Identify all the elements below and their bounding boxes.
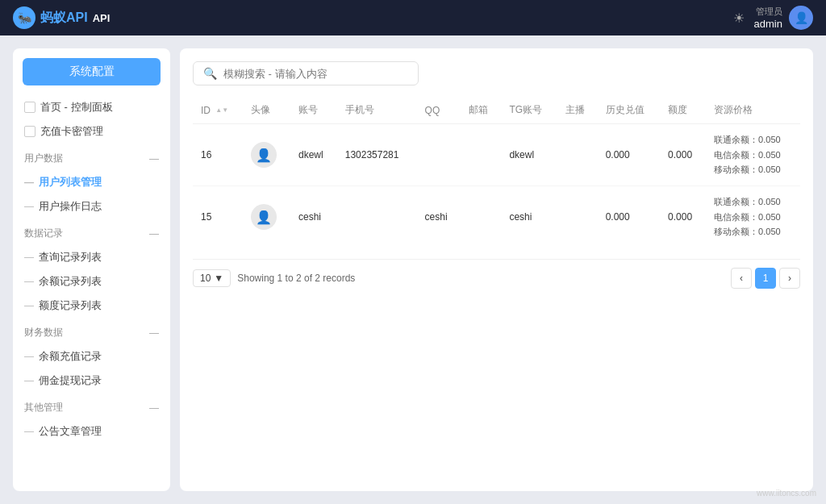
grid-icon: [24, 102, 35, 113]
cell-avatar: 👤: [243, 124, 290, 186]
sidebar-item-announcement[interactable]: — 公告文章管理: [13, 419, 170, 444]
search-input[interactable]: [223, 68, 408, 80]
app-suffix: API: [93, 12, 111, 24]
sidebar-item-user-list[interactable]: — 用户列表管理: [13, 170, 170, 194]
sidebar-section-data-records: 数据记录 —: [13, 222, 170, 245]
col-header-anchor: 主播: [557, 97, 598, 124]
card-icon: [24, 126, 35, 137]
cell-history: 0.000: [598, 124, 660, 186]
page-size-value: 10: [200, 273, 211, 284]
top-navigation: 🐜 蚂蚁API API ☀ 管理员 admin 👤: [0, 0, 826, 35]
table-row: 16 👤 dkewl 1302357281 dkewl 0.000 0.000 …: [193, 124, 800, 186]
page-size-select[interactable]: 10 ▼: [193, 269, 231, 287]
sidebar-item-label: 余额记录列表: [39, 274, 102, 289]
admin-info: 管理员 admin 👤: [754, 6, 813, 30]
chevron-down-icon: ▼: [214, 273, 223, 284]
col-header-email: 邮箱: [461, 97, 501, 124]
sidebar-item-query-list[interactable]: — 查询记录列表: [13, 245, 170, 269]
cell-quota: 0.000: [660, 186, 706, 248]
sidebar-item-recharge-card[interactable]: 充值卡密管理: [13, 119, 170, 144]
pagination-bar: 10 ▼ Showing 1 to 2 of 2 records ‹ 1 ›: [193, 259, 800, 289]
user-avatar: 👤: [251, 142, 277, 168]
dash-icon: —: [24, 177, 34, 188]
system-config-button[interactable]: 系统配置: [23, 58, 161, 85]
sidebar-item-label: 额度记录列表: [39, 298, 102, 313]
table-row: 15 👤 ceshi ceshi ceshi 0.000 0.000 联通余额：…: [193, 186, 800, 248]
theme-toggle-icon[interactable]: ☀: [733, 10, 745, 26]
sidebar: 系统配置 首页 - 控制面板 充值卡密管理 用户数据 — — 用户列表管理 — …: [13, 48, 170, 491]
collapse-icon[interactable]: —: [149, 153, 159, 165]
prev-page-button[interactable]: ‹: [731, 268, 752, 289]
sidebar-item-label: 公告文章管理: [39, 424, 102, 439]
user-table: ID ▲▼ 头像 账号 手机号 QQ 邮箱 TG账号 主播 历史兑值 额度 资源…: [193, 97, 800, 248]
search-bar: 🔍: [193, 61, 419, 85]
cell-id: 15: [193, 186, 243, 248]
cell-resource: 联通余额：0.050电信余额：0.050移动余额：0.050: [706, 186, 800, 248]
cell-quota: 0.000: [660, 124, 706, 186]
sidebar-section-user-data: 用户数据 —: [13, 147, 170, 170]
dash-icon: —: [24, 300, 34, 311]
admin-name: admin: [754, 18, 782, 30]
logo-icon: 🐜: [13, 6, 35, 29]
dash-icon: —: [24, 201, 34, 212]
user-avatar: 👤: [251, 204, 277, 230]
sidebar-section-other: 其他管理 —: [13, 396, 170, 419]
cell-qq: ceshi: [417, 186, 461, 248]
dash-icon: —: [24, 252, 34, 263]
cell-tg: ceshi: [501, 186, 557, 248]
sidebar-item-recharge-records[interactable]: — 余额充值记录: [13, 344, 170, 369]
cell-account: dkewl: [290, 124, 337, 186]
col-header-account: 账号: [290, 97, 337, 124]
cell-qq: [417, 124, 461, 186]
main-content: 🔍 ID ▲▼ 头像 账号 手机号 QQ 邮箱 TG账号 主播 历史: [180, 48, 813, 491]
sort-arrows-id[interactable]: ▲▼: [215, 107, 228, 114]
topnav-right: ☀ 管理员 admin 👤: [733, 6, 813, 30]
sidebar-item-label: 佣金提现记录: [39, 373, 102, 388]
sidebar-item-quota-list[interactable]: — 额度记录列表: [13, 294, 170, 318]
cell-id: 16: [193, 124, 243, 186]
sidebar-item-user-log[interactable]: — 用户操作日志: [13, 194, 170, 219]
sidebar-section-finance: 财务数据 —: [13, 321, 170, 344]
sidebar-item-withdraw-records[interactable]: — 佣金提现记录: [13, 369, 170, 393]
col-header-qq: QQ: [417, 97, 461, 124]
cell-phone: 1302357281: [337, 124, 417, 186]
dash-icon: —: [24, 351, 34, 362]
dash-icon: —: [24, 375, 34, 386]
pagination-info: Showing 1 to 2 of 2 records: [237, 273, 355, 284]
page-nav: ‹ 1 ›: [731, 268, 800, 289]
watermark: www.iitoncs.com: [757, 489, 816, 498]
sidebar-item-label: 用户操作日志: [39, 199, 102, 214]
next-page-button[interactable]: ›: [779, 268, 800, 289]
col-header-phone: 手机号: [337, 97, 417, 124]
cell-anchor: [557, 124, 598, 186]
avatar[interactable]: 👤: [789, 6, 813, 30]
col-header-resource: 资源价格: [706, 97, 800, 124]
sidebar-item-label: 余额充值记录: [39, 349, 102, 364]
page-1-button[interactable]: 1: [755, 268, 776, 289]
sidebar-item-dashboard[interactable]: 首页 - 控制面板: [13, 95, 170, 119]
sidebar-item-label: 用户列表管理: [39, 175, 102, 190]
dash-icon: —: [24, 426, 34, 437]
collapse-icon[interactable]: —: [149, 402, 159, 414]
cell-resource: 联通余额：0.050电信余额：0.050移动余额：0.050: [706, 124, 800, 186]
sidebar-item-label: 充值卡密管理: [40, 124, 103, 139]
collapse-icon[interactable]: —: [149, 327, 159, 339]
cell-avatar: 👤: [243, 186, 290, 248]
cell-email: [461, 124, 501, 186]
cell-anchor: [557, 186, 598, 248]
search-icon: 🔍: [203, 67, 217, 80]
col-header-quota: 额度: [660, 97, 706, 124]
cell-email: [461, 186, 501, 248]
collapse-icon[interactable]: —: [149, 228, 159, 240]
sidebar-item-label: 查询记录列表: [39, 250, 102, 264]
cell-account: ceshi: [290, 186, 337, 248]
sidebar-item-label: 首页 - 控制面板: [40, 100, 113, 115]
sidebar-item-balance-list[interactable]: — 余额记录列表: [13, 269, 170, 294]
cell-phone: [337, 186, 417, 248]
app-name: 蚂蚁API: [40, 10, 88, 27]
admin-role: 管理员: [754, 6, 782, 18]
main-layout: 系统配置 首页 - 控制面板 充值卡密管理 用户数据 — — 用户列表管理 — …: [0, 35, 826, 504]
col-header-history: 历史兑值: [598, 97, 660, 124]
col-header-id[interactable]: ID ▲▼: [193, 97, 243, 124]
cell-tg: dkewl: [501, 124, 557, 186]
